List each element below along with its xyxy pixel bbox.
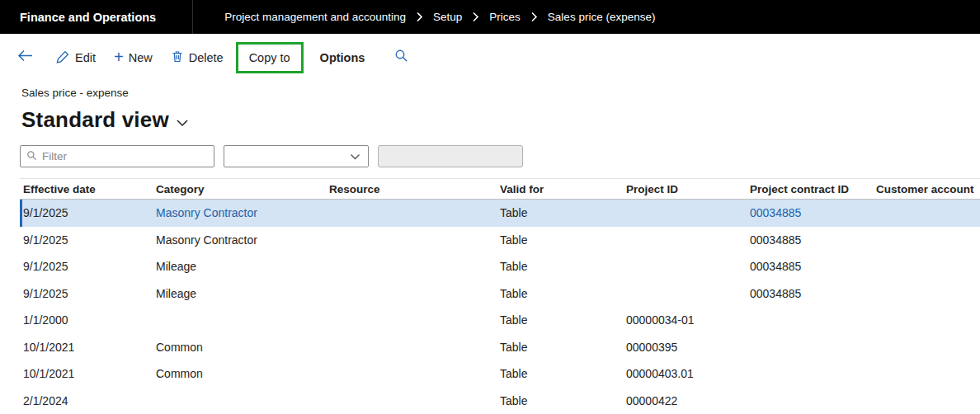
breadcrumb-item-setup[interactable]: Setup: [433, 11, 462, 23]
cell-project-contract-id: 00034885: [747, 260, 873, 273]
filter-field[interactable]: [20, 145, 214, 167]
cell-project-id: 00000034-01: [623, 313, 747, 327]
table-row[interactable]: 9/1/2025Masonry ContractorTable00034885: [20, 227, 980, 254]
table-row[interactable]: 10/1/2021CommonTable00000395: [20, 334, 980, 361]
breadcrumb: Project management and accounting Setup …: [193, 0, 655, 34]
column-header-project-contract-id[interactable]: Project contract ID: [747, 183, 873, 195]
table-row[interactable]: 2/1/2024Table00000422: [20, 388, 980, 414]
cell-category: Masonry Contractor: [153, 233, 326, 247]
options-button[interactable]: Options: [312, 51, 374, 64]
column-header-valid-for[interactable]: Valid for: [497, 183, 623, 195]
view-selector[interactable]: Standard view: [0, 107, 980, 133]
grid-header-row: Effective date Category Resource Valid f…: [20, 178, 980, 200]
cell-category: Mileage: [153, 260, 326, 273]
cell-effective-date: 10/1/2021: [20, 341, 153, 354]
filter-row: [20, 145, 980, 167]
delete-button[interactable]: Delete: [162, 49, 233, 66]
cell-effective-date: 9/1/2025: [20, 287, 153, 300]
edit-button[interactable]: Edit: [47, 49, 105, 66]
cell-project-contract-id: 00034885: [747, 287, 873, 300]
cell-valid-for: Table: [497, 341, 623, 354]
new-button[interactable]: + New: [105, 50, 162, 65]
table-row[interactable]: 10/1/2021CommonTable00000403.01: [20, 360, 980, 388]
column-header-resource[interactable]: Resource: [326, 183, 497, 195]
column-header-project-id[interactable]: Project ID: [623, 183, 747, 195]
cell-valid-for: Table: [497, 367, 623, 380]
grid-body: 9/1/2025Masonry ContractorTable000348859…: [0, 200, 980, 414]
search-icon: [26, 149, 37, 164]
action-bar: Edit + New Delete Copy to Options: [0, 34, 980, 81]
table-row[interactable]: 9/1/2025MileageTable00034885: [20, 280, 980, 308]
cell-category: Common: [153, 341, 326, 354]
breadcrumb-item-module[interactable]: Project management and accounting: [224, 11, 406, 23]
cell-valid-for: Table: [497, 313, 623, 327]
cell-effective-date: 9/1/2025: [20, 233, 153, 247]
pencil-icon: [56, 49, 70, 66]
filter-value-field-disabled: [378, 145, 523, 167]
chevron-down-icon: [176, 119, 189, 127]
options-button-label: Options: [320, 51, 365, 64]
copy-to-button[interactable]: Copy to: [238, 45, 301, 71]
cell-valid-for: Table: [497, 206, 623, 219]
breadcrumb-item-prices[interactable]: Prices: [489, 11, 521, 23]
column-header-category[interactable]: Category: [153, 183, 326, 195]
cell-effective-date: 9/1/2025: [20, 260, 153, 273]
filter-dropdown[interactable]: [224, 145, 369, 167]
cell-effective-date: 1/1/2000: [20, 313, 153, 327]
action-search-button[interactable]: [394, 49, 408, 66]
sales-price-grid: Effective date Category Resource Valid f…: [0, 178, 980, 414]
chevron-right-icon: [472, 12, 479, 22]
search-icon: [394, 49, 408, 66]
cell-project-contract-id[interactable]: 00034885: [747, 206, 873, 219]
cell-valid-for: Table: [497, 233, 623, 247]
app-title[interactable]: Finance and Operations: [0, 0, 192, 34]
back-button[interactable]: [16, 49, 34, 66]
cell-effective-date: 10/1/2021: [20, 367, 153, 380]
view-title: Standard view: [21, 107, 169, 133]
cell-effective-date: 2/1/2024: [20, 394, 153, 407]
cell-valid-for: Table: [497, 287, 623, 300]
copy-to-highlight-box: Copy to: [236, 42, 304, 73]
cell-valid-for: Table: [497, 260, 623, 273]
chevron-down-icon: [350, 149, 360, 164]
cell-valid-for: Table: [497, 394, 623, 407]
copy-to-button-label: Copy to: [249, 51, 290, 64]
column-header-effective-date[interactable]: Effective date: [20, 183, 153, 195]
chevron-right-icon: [530, 12, 538, 22]
cell-category[interactable]: Masonry Contractor: [153, 206, 326, 219]
filter-input[interactable]: [42, 150, 208, 162]
edit-button-label: Edit: [75, 51, 96, 64]
breadcrumb-item-current-page[interactable]: Sales price (expense): [548, 11, 656, 23]
column-header-customer-account[interactable]: Customer account: [873, 183, 980, 195]
cell-project-contract-id: 00034885: [747, 233, 873, 247]
back-arrow-icon: [16, 49, 34, 66]
table-row[interactable]: 9/1/2025MileageTable00034885: [20, 253, 980, 280]
delete-button-label: Delete: [189, 51, 224, 64]
cell-project-id: 00000403.01: [623, 367, 747, 380]
new-button-label: New: [129, 51, 153, 64]
top-navigation-bar: Finance and Operations Project managemen…: [0, 0, 980, 34]
table-row[interactable]: 9/1/2025Masonry ContractorTable00034885: [20, 200, 980, 227]
page-caption: Sales price - expense: [0, 87, 980, 99]
cell-project-id: 00000395: [623, 341, 747, 354]
cell-category: Common: [153, 367, 326, 380]
table-row[interactable]: 1/1/2000Table00000034-01: [20, 307, 980, 334]
chevron-right-icon: [416, 12, 423, 22]
trash-icon: [171, 49, 184, 66]
cell-project-id: 00000422: [623, 394, 747, 407]
cell-effective-date: 9/1/2025: [20, 206, 153, 219]
plus-icon: +: [114, 49, 124, 65]
cell-category: Mileage: [153, 287, 326, 300]
